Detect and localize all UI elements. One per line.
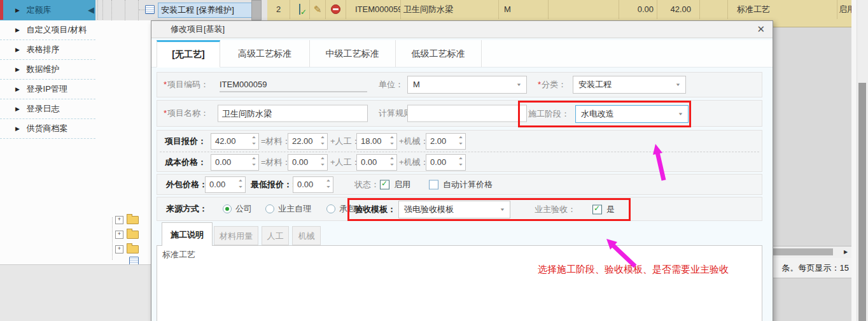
tree-expand-icon[interactable]: + xyxy=(115,231,123,239)
folder-icon[interactable] xyxy=(127,231,139,239)
caret-down-icon[interactable]: ▼ xyxy=(675,83,681,87)
folder-icon[interactable] xyxy=(127,216,139,224)
spin-up-icon[interactable]: ▲ xyxy=(325,178,331,182)
spinner-buttons[interactable]: ▲▼ xyxy=(250,135,257,146)
disable-icon[interactable] xyxy=(331,4,340,14)
spin-up-icon[interactable]: ▲ xyxy=(251,135,256,139)
cost-total-spinner[interactable]: 0.00 ▲▼ xyxy=(211,154,259,171)
caret-down-icon[interactable]: ▼ xyxy=(516,83,522,87)
source-contractor-radio[interactable] xyxy=(326,204,335,213)
machine-label: +机械： xyxy=(399,157,429,168)
row-checkbox[interactable]: ✓ xyxy=(299,4,300,15)
caret-down-icon[interactable]: ▼ xyxy=(678,112,683,117)
active-marker xyxy=(0,0,3,20)
cost-material-spinner[interactable]: 0.00 ▲▼ xyxy=(288,154,328,171)
source-owner-radio[interactable] xyxy=(265,204,274,213)
spinner-buttons[interactable]: ▲▼ xyxy=(250,156,257,167)
owner-accept-checkbox[interactable]: ✓ xyxy=(592,205,602,215)
page-edge xyxy=(851,0,857,321)
sidebar-item-login-ip[interactable]: ▶ 登录IP管理 xyxy=(0,80,95,99)
spin-down-icon[interactable]: ▼ xyxy=(325,185,331,189)
tab-machine[interactable]: 机械 xyxy=(292,226,321,245)
caret-down-icon[interactable]: ▼ xyxy=(500,208,505,212)
spinner-buttons[interactable]: ▲▼ xyxy=(457,135,464,146)
spinner-buttons[interactable]: ▲▼ xyxy=(237,178,244,189)
spin-up-icon[interactable]: ▲ xyxy=(389,135,395,139)
check-icon: ✓ xyxy=(381,178,388,187)
tab-low-craft[interactable]: 低级工艺标准 xyxy=(395,40,482,67)
spin-down-icon[interactable]: ▼ xyxy=(389,162,395,166)
spinner-buttons[interactable]: ▲▼ xyxy=(388,156,395,167)
spin-up-icon[interactable]: ▲ xyxy=(319,156,325,160)
sidebar-item-supplier-archive[interactable]: ▶ 供货商档案 xyxy=(0,119,95,139)
spin-up-icon[interactable]: ▲ xyxy=(237,178,243,182)
cost-machine-spinner[interactable]: 0.00 ▲▼ xyxy=(426,154,466,171)
spin-down-icon[interactable]: ▼ xyxy=(458,141,463,145)
spin-up-icon[interactable]: ▲ xyxy=(319,135,325,139)
spinner-buttons[interactable]: ▲▼ xyxy=(457,156,464,167)
unit-select[interactable]: M ▼ xyxy=(407,76,527,94)
spin-down-icon[interactable]: ▼ xyxy=(319,162,325,166)
quote-labor-spinner[interactable]: 18.00 ▲▼ xyxy=(356,133,397,150)
cost-label: 成本价格： xyxy=(165,157,206,168)
auto-calc-checkbox[interactable] xyxy=(429,180,438,189)
tab-construction-note[interactable]: 施工说明 xyxy=(162,222,213,246)
tree-expand-icon[interactable]: + xyxy=(115,245,123,253)
category-select[interactable]: 安装工程 ▼ xyxy=(573,76,686,94)
sidebar-item-quota-library[interactable]: ▶ 定额库 ◀ xyxy=(0,0,95,20)
spin-up-icon[interactable]: ▲ xyxy=(251,156,256,160)
calc-rule-input[interactable] xyxy=(407,105,527,122)
table-node-icon xyxy=(145,5,155,14)
spinner-buttons[interactable]: ▲▼ xyxy=(388,135,395,146)
scroll-right-icon[interactable]: ▶ xyxy=(841,248,850,257)
spin-down-icon[interactable]: ▼ xyxy=(389,141,395,145)
spinner-buttons[interactable]: ▲▼ xyxy=(319,156,326,167)
spinner-buttons[interactable]: ▲▼ xyxy=(319,135,326,146)
spin-down-icon[interactable]: ▼ xyxy=(251,162,256,166)
spin-down-icon[interactable]: ▼ xyxy=(251,141,256,145)
sidebar-item-custom-items[interactable]: ▶ 自定义项目/材料 xyxy=(0,20,95,40)
quote-total-spinner[interactable]: 42.00 ▲▼ xyxy=(211,133,259,150)
edit-pencil-icon[interactable]: ✎ xyxy=(314,0,322,19)
accept-template-select[interactable]: 强电验收模板 ▼ xyxy=(398,201,510,218)
min-quote-spinner[interactable]: 0.00 ▲▼ xyxy=(293,176,333,193)
stage-select[interactable]: 水电改造 ▼ xyxy=(575,105,689,123)
sidebar-item-table-sort[interactable]: ▶ 表格排序 xyxy=(0,40,95,60)
quote-machine-spinner[interactable]: 2.00 ▲▼ xyxy=(426,133,466,150)
spin-up-icon[interactable]: ▲ xyxy=(458,156,463,160)
tree-expand-icon[interactable]: + xyxy=(115,216,123,224)
sidebar-item-login-log[interactable]: ▶ 登录日志 xyxy=(0,99,95,119)
horizontal-scrollbar-thumb[interactable] xyxy=(772,248,833,255)
quote-line: 项目报价： 42.00 ▲▼ =材料： 22.00 ▲▼ +人工： 18.00 … xyxy=(157,131,762,152)
stage-label: 施工阶段： xyxy=(528,108,570,120)
source-company-radio[interactable] xyxy=(223,204,232,213)
tab-advanced-craft[interactable]: 高级工艺标准 xyxy=(220,40,310,67)
close-icon[interactable]: ✕ xyxy=(757,24,765,35)
spin-down-icon[interactable]: ▼ xyxy=(319,141,325,145)
row-seq-cell: 2 xyxy=(267,0,290,19)
form-row-source: 来源方式： 公司 业主自理 承包方 验收模板： 强电验收模板 ▼ 业主验收： ✓… xyxy=(157,197,762,221)
spin-up-icon[interactable]: ▲ xyxy=(389,156,395,160)
tab-middle-craft[interactable]: 中级工艺标准 xyxy=(309,40,396,67)
spin-up-icon[interactable]: ▲ xyxy=(458,135,463,139)
quote-material-spinner[interactable]: 22.00 ▲▼ xyxy=(288,133,328,150)
tree-splitter[interactable] xyxy=(251,0,262,20)
outsource-spinner[interactable]: 0.00 ▲▼ xyxy=(205,176,246,193)
spin-down-icon[interactable]: ▼ xyxy=(458,162,463,166)
spin-down-icon[interactable]: ▼ xyxy=(237,185,243,189)
enabled-checkbox[interactable]: ✓ xyxy=(380,180,389,189)
vertical-scrollbar-thumb[interactable] xyxy=(858,83,866,321)
cost-labor-spinner[interactable]: 0.00 ▲▼ xyxy=(356,154,397,171)
folder-icon[interactable] xyxy=(127,245,139,253)
tab-material-usage[interactable]: 材料用量 xyxy=(214,226,258,245)
sidebar-item-label: 供货商档案 xyxy=(27,124,68,133)
spinner-buttons[interactable]: ▲▼ xyxy=(325,178,332,189)
tab-no-craft[interactable]: [无工艺] xyxy=(157,40,220,68)
outsource-label: 外包价格： xyxy=(166,179,207,190)
name-input[interactable]: 卫生间防水梁 xyxy=(218,105,368,122)
tab-labor[interactable]: 人工 xyxy=(262,226,289,245)
construction-note-textarea[interactable]: 标准工艺 xyxy=(157,245,762,321)
tree-node-selected[interactable]: 安装工程 [保养维护] xyxy=(158,3,257,18)
sidebar-item-label: 登录IP管理 xyxy=(27,84,67,94)
sidebar-item-data-maintenance[interactable]: ▶ 数据维护 xyxy=(0,60,95,80)
